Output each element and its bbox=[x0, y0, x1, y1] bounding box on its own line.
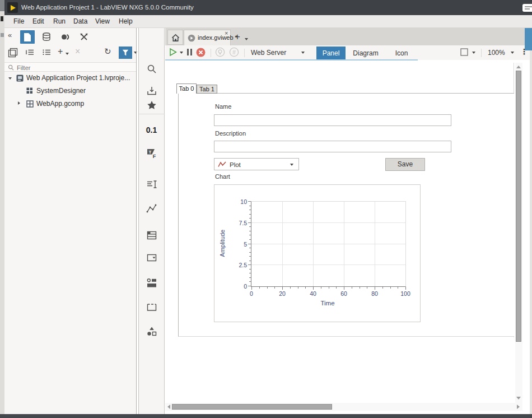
add-item-button[interactable]: + bbox=[58, 47, 63, 57]
collapsed-panel-handle[interactable] bbox=[525, 28, 532, 50]
tick-x-minor bbox=[305, 287, 306, 289]
save-all-button[interactable] bbox=[7, 47, 19, 58]
palette-favorites-button[interactable] bbox=[146, 100, 157, 111]
add-item-dropdown-caret[interactable] bbox=[66, 53, 69, 55]
view-tab-panel[interactable]: Panel bbox=[316, 47, 346, 61]
split-view-button[interactable] bbox=[460, 48, 468, 56]
refresh-button[interactable]: ↻ bbox=[104, 47, 111, 57]
palette-layout-button[interactable] bbox=[146, 277, 157, 289]
left-sliver-mark bbox=[1, 16, 3, 21]
tick-x-minor bbox=[382, 287, 383, 289]
tree-row-systemdesigner[interactable]: SystemDesigner bbox=[4, 86, 136, 96]
numeric-01-icon: 0.1 bbox=[146, 126, 157, 134]
resources-view-button[interactable] bbox=[59, 31, 72, 43]
list-indent-icon bbox=[25, 48, 35, 58]
palette-divider bbox=[139, 114, 165, 114]
plot-type-dropdown[interactable]: Plot bbox=[214, 158, 299, 170]
palette-graph-button[interactable] bbox=[146, 203, 157, 215]
save-button[interactable]: Save bbox=[385, 158, 425, 171]
tab-close-icon[interactable]: × bbox=[225, 30, 228, 36]
palette-search-button[interactable] bbox=[146, 63, 157, 75]
document-tab[interactable]: index.gviweb * × bbox=[184, 30, 231, 45]
gridline-v bbox=[344, 202, 344, 286]
files-view-button[interactable] bbox=[20, 30, 35, 44]
palette-shapes-button[interactable] bbox=[146, 326, 157, 337]
new-tab-button[interactable]: + bbox=[235, 31, 240, 43]
palette-string-button[interactable] bbox=[146, 179, 157, 191]
tick-y-minor bbox=[249, 218, 251, 219]
name-label: Name bbox=[215, 103, 231, 110]
zoom-level[interactable]: 100% bbox=[488, 45, 505, 60]
filter-dropdown-caret[interactable] bbox=[134, 52, 137, 54]
tab-control-tab1[interactable]: Tab 1 bbox=[197, 85, 217, 94]
tab-control-tab0[interactable]: Tab 0 bbox=[176, 83, 197, 94]
feedback-chat-icon[interactable] bbox=[522, 4, 532, 12]
palette-numeric-button[interactable]: 0.1 bbox=[146, 126, 157, 134]
controls-palette: 0.1 T F bbox=[139, 28, 165, 414]
home-tab-button[interactable] bbox=[167, 30, 183, 45]
scroll-left-icon[interactable] bbox=[167, 405, 170, 409]
plot-dropdown-caret bbox=[290, 164, 293, 166]
menu-help[interactable]: Help bbox=[119, 15, 133, 28]
palette-dropdown-button[interactable] bbox=[146, 252, 157, 263]
toolbar-divider bbox=[211, 49, 211, 57]
run-button[interactable] bbox=[169, 48, 178, 57]
tick-y-minor bbox=[249, 206, 251, 206]
window-bottom-edge bbox=[0, 414, 532, 418]
description-input[interactable] bbox=[214, 141, 451, 152]
palette-import-button[interactable] bbox=[146, 86, 157, 97]
new-tab-dropdown-caret[interactable] bbox=[245, 38, 248, 40]
scroll-down-icon[interactable] bbox=[516, 397, 521, 400]
bullet-list-button[interactable] bbox=[40, 47, 53, 58]
expanded-caret-icon[interactable] bbox=[8, 77, 12, 80]
view-tab-diagram[interactable]: Diagram bbox=[346, 47, 386, 61]
name-input[interactable] bbox=[214, 114, 451, 126]
data-view-button[interactable] bbox=[40, 31, 53, 43]
menu-view[interactable]: View bbox=[95, 15, 110, 28]
tree-label-webapp[interactable]: WebApp.gcomp bbox=[36, 100, 84, 108]
scroll-up-icon[interactable] bbox=[516, 66, 521, 68]
run-dropdown-caret[interactable] bbox=[180, 52, 183, 54]
palette-table-button[interactable] bbox=[146, 230, 157, 241]
document-icon bbox=[24, 32, 31, 42]
scroll-right-icon[interactable] bbox=[517, 405, 520, 409]
tree-row-webapp[interactable]: WebApp.gcomp bbox=[4, 99, 136, 109]
tick-x-major bbox=[251, 287, 252, 290]
tick-y-minor bbox=[249, 256, 251, 257]
layout-icon bbox=[146, 277, 157, 289]
gridline-v bbox=[313, 202, 314, 286]
tree-label-systemdesigner[interactable]: SystemDesigner bbox=[36, 87, 86, 95]
menu-file[interactable]: File bbox=[13, 15, 24, 28]
tick-x-major bbox=[344, 287, 344, 290]
y-tick-label: 10 bbox=[240, 198, 247, 205]
search-icon bbox=[146, 63, 157, 75]
pause-button[interactable] bbox=[187, 49, 192, 55]
tree-label-project[interactable]: Web Application Project 1.lvproje... bbox=[26, 74, 130, 82]
web-server-dropdown[interactable]: Web Server bbox=[248, 45, 309, 60]
split-view-caret[interactable] bbox=[472, 52, 475, 54]
app-window: Web Application Project 1 - LabVIEW NXG … bbox=[0, 0, 532, 418]
panel-divider[interactable] bbox=[136, 28, 137, 414]
collapse-panel-button[interactable]: « bbox=[8, 31, 12, 39]
horizontal-scrollbar-thumb[interactable] bbox=[172, 404, 332, 410]
menu-edit[interactable]: Edit bbox=[32, 15, 44, 28]
menu-run[interactable]: Run bbox=[53, 15, 66, 28]
vertical-scrollbar-thumb[interactable] bbox=[516, 71, 521, 342]
filter-button[interactable] bbox=[119, 47, 132, 59]
zoom-dropdown-caret[interactable] bbox=[511, 52, 514, 54]
tools-view-button[interactable] bbox=[78, 31, 90, 43]
filter-input[interactable] bbox=[16, 63, 130, 72]
order-list-button[interactable] bbox=[24, 47, 36, 58]
document-tab-label[interactable]: index.gviweb * bbox=[198, 34, 237, 41]
tree-row-project[interactable]: Web Application Project 1.lvproje... bbox=[4, 73, 136, 83]
abort-button[interactable] bbox=[196, 48, 206, 57]
chart-control[interactable]: 0 20 40 60 80 100 0 2.5 5 7.5 10 Amplitu… bbox=[214, 184, 421, 322]
view-tab-icon[interactable]: Icon bbox=[386, 47, 417, 61]
delete-item-button[interactable]: × bbox=[75, 47, 80, 57]
collapsed-caret-icon[interactable] bbox=[18, 101, 20, 105]
suggestions-button[interactable] bbox=[215, 47, 225, 57]
menu-data[interactable]: Data bbox=[73, 15, 87, 28]
annotations-button[interactable]: # bbox=[229, 47, 239, 57]
palette-boolean-button[interactable]: T F bbox=[146, 147, 157, 159]
palette-container-button[interactable] bbox=[146, 301, 157, 313]
